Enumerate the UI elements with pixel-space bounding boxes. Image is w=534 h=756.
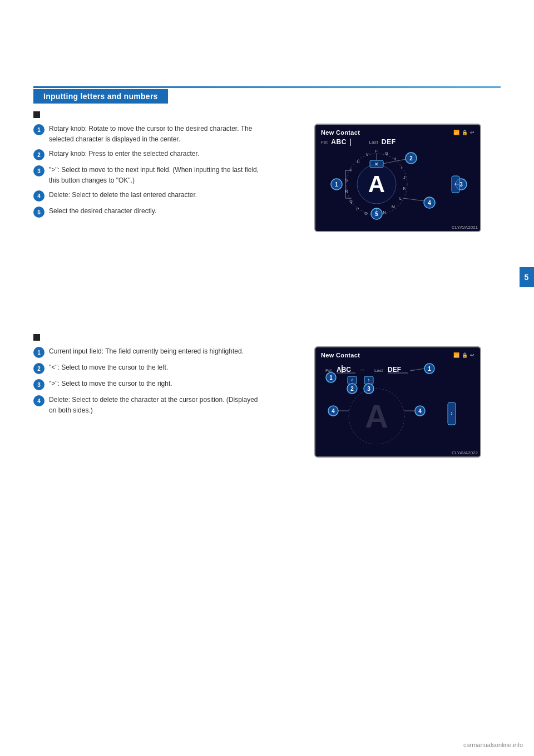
section-b-content: 1 Current input field: The field current… [33,346,517,458]
badge-b-3: 3 [33,379,44,390]
section-a-item-5: 5 Select the desired character directly. [33,206,267,218]
svg-text:4: 4 [332,408,335,414]
svg-text:2: 2 [409,155,413,161]
screen-b-inner: New Contact 📶 🔒 ↩ Fst [315,347,480,449]
last-label-a: Last [369,140,378,145]
svg-text:G: G [385,151,388,155]
item-b-2-text: "<": Select to move the cursor to the le… [49,362,267,373]
badge-5: 5 [33,207,44,218]
screen-b-header: New Contact 📶 🔒 ↩ [321,352,474,359]
svg-text:›: › [451,410,452,416]
item-3-text: ">": Select to move to the next input fi… [49,165,267,185]
item-1-text: Rotary knob: Rotate to move the cursor t… [49,124,267,144]
page-number-tab: 5 [520,267,534,287]
badge-3: 3 [33,165,44,176]
item-b-4-text: Delete: Select to delete the character a… [49,395,267,415]
screen-a-contact-row: Fst ABC Last DEF [321,138,474,146]
cursor-a [350,139,351,146]
svg-text:Last: Last [374,368,383,373]
screen-b-svg: Fst ABC 1 ··· Last DEF [321,361,477,444]
page-container: Inputting letters and numbers 1 Rotary k… [0,0,534,756]
lock-icon-b: 🔒 [462,352,468,358]
wifi-icon-b: 📶 [453,352,459,358]
last-value-a: DEF [382,138,396,146]
svg-text:J: J [403,175,406,179]
svg-text:1: 1 [329,375,333,381]
dial-area-a: A F G H I J K L M N N [321,148,477,220]
back-icon-b: ↩ [470,352,474,358]
svg-text:3: 3 [367,386,370,392]
badge-1: 1 [33,124,44,135]
section-b-item-3: 3 ">": Select to move the cursor to the … [33,379,267,390]
item-b-1-text: Current input field: The field currently… [49,346,267,357]
svg-text:1: 1 [335,181,338,188]
svg-text:O: O [364,212,368,215]
section-a-item-1: 1 Rotary knob: Rotate to move the cursor… [33,124,267,144]
svg-text:H: H [393,157,396,161]
section-b-item-4: 4 Delete: Select to delete the character… [33,395,267,415]
svg-line-40 [403,198,424,201]
svg-text:···: ··· [360,367,364,373]
section-a-bullet [33,111,40,118]
section-a-item-2: 2 Rotary knob: Press to enter the select… [33,149,267,160]
badge-b-4: 4 [33,395,44,406]
screen-b: New Contact 📶 🔒 ↩ Fst [314,346,481,458]
wifi-icon: 📶 [453,130,459,135]
svg-text:P: P [357,207,359,211]
svg-text:✕: ✕ [374,161,379,167]
footer: carmanualsonline.info [0,734,534,756]
svg-text:›: › [368,377,369,383]
section-a-left: 1 Rotary knob: Rotate to move the cursor… [33,124,267,232]
svg-text:I: I [401,166,402,170]
section-a-content: 1 Rotary knob: Rotate to move the cursor… [33,124,517,232]
section-a: 1 Rotary knob: Rotate to move the cursor… [33,111,517,232]
section-b-item-2: 2 "<": Select to move the cursor to the … [33,362,267,374]
screen-a-title: New Contact [321,129,360,136]
item-2-text: Rotary knob: Press to enter the selected… [49,149,267,159]
svg-text:L: L [399,197,402,200]
svg-text:A: A [365,398,388,434]
top-accent-line [33,86,501,88]
screen-a: New Contact 📶 🔒 ↩ Fst ABC [314,124,481,232]
screen-a-inner: New Contact 📶 🔒 ↩ Fst ABC [315,125,480,224]
svg-text:2: 2 [350,386,354,392]
svg-text:3: 3 [459,181,463,188]
footer-logo: carmanualsonline.info [463,742,523,748]
section-a-right: New Contact 📶 🔒 ↩ Fst ABC [278,124,517,232]
screen-a-icons: 📶 🔒 ↩ [453,130,474,135]
badge-4: 4 [33,190,44,202]
section-b-right: New Contact 📶 🔒 ↩ Fst [278,346,517,458]
section-b-bullet [33,334,40,341]
item-5-text: Select the desired character directly. [49,206,267,217]
svg-text:V: V [366,153,369,156]
svg-text:N: N [383,210,385,214]
svg-text:DEF: DEF [388,366,401,374]
section-b: 1 Current input field: The field current… [33,334,517,458]
first-value-a: ABC [331,138,347,146]
svg-text:U: U [357,160,359,164]
page-number: 5 [524,273,529,282]
section-a-item-3: 3 ">": Select to move to the next input … [33,165,267,185]
svg-text:‹: ‹ [351,377,353,383]
badge-2: 2 [33,149,44,160]
svg-text:1: 1 [428,366,431,372]
svg-text:A: A [368,171,385,197]
section-header: Inputting letters and numbers [33,89,168,104]
first-label-a: Fst [321,140,328,145]
item-4-text: Delete: Select to delete the last entere… [49,190,267,200]
svg-text:4: 4 [428,200,431,206]
section-a-item-4: 4 Delete: Select to delete the last ente… [33,190,267,202]
section-b-item-1: 1 Current input field: The field current… [33,346,267,358]
screen-b-icons: 📶 🔒 ↩ [453,352,474,358]
item-b-3-text: ">": Select to move the cursor to the ri… [49,379,267,389]
svg-text:K: K [403,186,406,190]
svg-text:Q: Q [349,199,353,204]
badge-b-1: 1 [33,347,44,358]
svg-text:M: M [392,205,395,209]
screen-a-caption: CLYAVA2021 [315,224,480,231]
svg-text:4: 4 [418,408,422,414]
screen-b-caption: CLYAVA2022 [315,449,480,456]
screen-b-title: New Contact [321,352,360,359]
back-icon: ↩ [470,130,474,135]
section-b-left: 1 Current input field: The field current… [33,346,267,458]
